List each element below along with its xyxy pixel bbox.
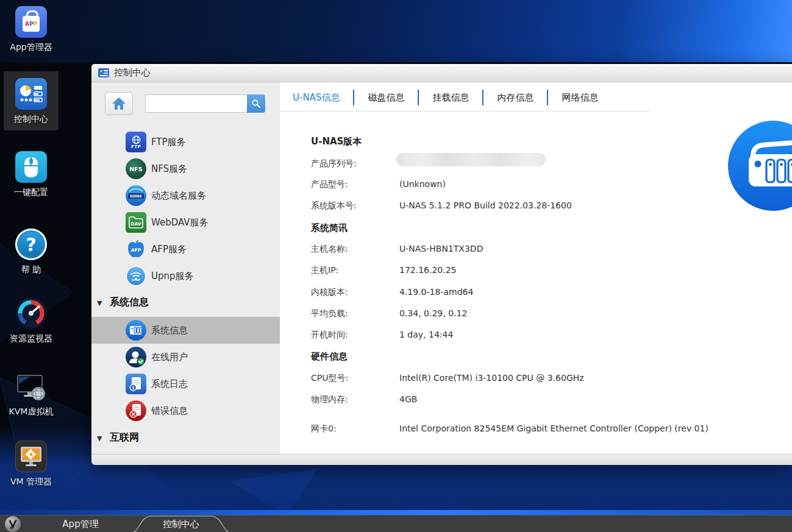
info-row-model: 产品型号:(Unknown) — [311, 179, 446, 191]
ftp-icon: FTP — [126, 132, 146, 152]
home-button[interactable] — [105, 92, 133, 115]
content-panel: U-NAS信息 磁盘信息 挂载信息 内存信息 网络信息 — [280, 82, 792, 454]
desktop-icon-label: KVM虚拟机 — [4, 406, 59, 417]
sidebar-item-nfs[interactable]: NFS NFS服务 — [91, 155, 280, 182]
online-user-icon — [126, 347, 146, 367]
desktop-icon-label: 资源监视器 — [4, 333, 59, 344]
desktop-icon-kvm[interactable]: KVM虚拟机 — [4, 371, 59, 417]
question-mark-icon: ? — [15, 229, 47, 260]
sidebar-item-label: FTP服务 — [151, 137, 186, 148]
sidebar-item-label: 系统信息 — [151, 325, 188, 336]
section-title-unas-version: U-NAS版本 — [311, 136, 362, 147]
sidebar-item-label: WebDAV服务 — [151, 217, 209, 229]
afp-apple-icon: AFP — [126, 239, 146, 260]
home-icon — [112, 97, 126, 110]
upnp-icon: UPNP — [126, 266, 146, 286]
vm-manager-icon — [15, 441, 47, 472]
desktop-icon-help[interactable]: ? 帮 助 — [4, 229, 59, 275]
desktop-icon-label: 帮 助 — [4, 264, 59, 275]
control-center-icon — [15, 78, 47, 110]
window-titlebar[interactable]: 控制中心 — [91, 64, 792, 82]
sidebar-item-label: AFP服务 — [151, 244, 187, 255]
section-title-hardware: 硬件信息 — [311, 351, 348, 363]
control-center-window: 控制中心 FTP FTP服务 — [91, 64, 792, 465]
taskbar-item-app-manager[interactable]: App管理器 — [59, 516, 102, 532]
wallpaper-horizon-line — [0, 510, 792, 515]
info-row-hostname: 主机名称:U-NAS-HBN1TX3DD — [311, 244, 483, 256]
desktop-icon-vm-manager[interactable]: VM 管理器 — [4, 441, 59, 488]
sidebar-item-system-info[interactable]: 系统信息 — [91, 317, 280, 344]
tab-disk-info[interactable]: 磁盘信息 — [354, 92, 418, 104]
taskbar: App管理器 控制中心 — [0, 515, 792, 532]
search-icon — [251, 98, 262, 109]
system-log-icon: i — [126, 374, 146, 394]
sidebar-item-label: 错误信息 — [151, 405, 188, 417]
system-info-icon — [126, 320, 146, 341]
tab-unas-info[interactable]: U-NAS信息 — [293, 92, 353, 104]
sidebar: FTP FTP服务 NFS NFS服务 DDNS 动态域名服务 DAV WebD… — [91, 82, 280, 454]
error-info-icon — [126, 400, 146, 421]
svg-text:i: i — [132, 385, 134, 391]
info-row-nic0: 网卡0:Intel Corporation 82545EM Gigabit Et… — [311, 424, 708, 436]
svg-text:AFP: AFP — [131, 247, 141, 253]
sidebar-item-upnp[interactable]: UPNP Upnp服务 — [91, 263, 280, 289]
info-row-serial: 产品序列号: — [311, 158, 399, 171]
desktop-icon-label: 一键配置 — [4, 187, 59, 198]
chevron-down-icon: ▼ — [97, 299, 102, 307]
desktop-icon-control-center[interactable]: 控制中心 — [4, 71, 59, 130]
nfs-icon: NFS — [126, 158, 146, 179]
sidebar-item-webdav[interactable]: DAV WebDAV服务 — [91, 209, 280, 236]
info-row-kernel: 内核版本:4.19.0-18-amd64 — [311, 287, 473, 299]
desktop-icon-label: VM 管理器 — [4, 477, 59, 488]
desktop-icon-label: 控制中心 — [4, 114, 59, 125]
window-title: 控制中心 — [114, 67, 151, 79]
sidebar-item-system-log[interactable]: i 系统日志 — [91, 371, 280, 397]
sidebar-item-label: 动态域名服务 — [151, 190, 206, 202]
tab-underline — [280, 111, 649, 112]
info-row-load-average: 平均负载:0.34, 0.29, 0.12 — [311, 308, 467, 321]
info-row-cpu: CPU型号:Intel(R) Core(TM) i3-10100 CPU @ 3… — [311, 373, 584, 385]
desktop-icon-label: App管理器 — [4, 42, 59, 53]
tab-bar: U-NAS信息 磁盘信息 挂载信息 内存信息 网络信息 — [293, 88, 612, 107]
info-row-memory: 物理内存:4GB — [311, 394, 417, 406]
unas-logo-icon[interactable] — [5, 516, 21, 532]
sidebar-item-label: Upnp服务 — [151, 271, 194, 282]
mouse-icon — [15, 151, 47, 183]
sidebar-section-system-info[interactable]: ▼ 系统信息 — [91, 294, 280, 313]
search-input[interactable] — [145, 94, 247, 113]
desktop-icon-app-manager[interactable]: APP App管理器 — [4, 6, 59, 53]
sidebar-item-error-info[interactable]: 错误信息 — [91, 397, 280, 424]
ddns-icon: DDNS — [126, 185, 146, 206]
desktop-icon-resource-monitor[interactable]: 资源监视器 — [4, 297, 59, 344]
chevron-down-icon: ▼ — [97, 434, 102, 442]
sidebar-item-ddns[interactable]: DDNS 动态域名服务 — [91, 182, 280, 209]
tab-mount-info[interactable]: 挂载信息 — [419, 92, 482, 104]
kvm-monitor-globe-icon — [15, 371, 47, 402]
redacted-serial-value — [396, 153, 546, 166]
window-footer — [91, 454, 792, 465]
svg-text:DAV: DAV — [130, 221, 141, 227]
gauge-icon — [15, 297, 47, 329]
sidebar-item-afp[interactable]: AFP AFP服务 — [91, 236, 280, 263]
search-button[interactable] — [247, 94, 265, 113]
webdav-icon: DAV — [126, 212, 146, 233]
tab-memory-info[interactable]: 内存信息 — [483, 92, 547, 104]
info-row-uptime: 开机时间:1 day, 14:44 — [311, 330, 453, 342]
sidebar-item-online-users[interactable]: 在线用户 — [91, 344, 280, 371]
section-title-system-brief: 系统简讯 — [311, 222, 348, 234]
sidebar-item-label: 系统日志 — [151, 378, 188, 390]
sidebar-section-internet[interactable]: ▼ 互联网 — [91, 430, 280, 448]
sidebar-item-label: NFS服务 — [151, 163, 187, 175]
window-title-icon — [98, 68, 109, 77]
taskbar-item-control-center-active[interactable]: 控制中心 — [131, 516, 231, 532]
info-row-system-version: 系统版本号:U-NAS 5.1.2 PRO Build 2022.03.28-1… — [311, 200, 572, 213]
sidebar-item-label: 在线用户 — [151, 352, 188, 363]
desktop-icon-one-click-config[interactable]: 一键配置 — [4, 151, 59, 198]
nas-device-icon — [724, 117, 792, 215]
sidebar-item-ftp[interactable]: FTP FTP服务 — [91, 129, 280, 155]
info-row-host-ip: 主机IP:172.16.20.25 — [311, 265, 457, 277]
tab-network-info[interactable]: 网络信息 — [548, 92, 612, 104]
app-store-icon: APP — [15, 6, 47, 38]
